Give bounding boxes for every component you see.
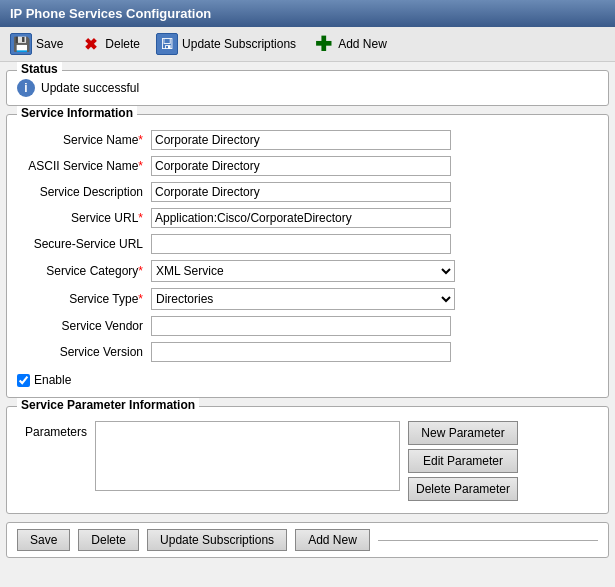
bottom-update-button[interactable]: Update Subscriptions: [147, 529, 287, 551]
enable-label: Enable: [34, 373, 71, 387]
param-label: Parameters: [17, 421, 87, 439]
url-input[interactable]: [151, 208, 451, 228]
ascii-name-row: ASCII Service Name*: [17, 153, 598, 179]
delete-button[interactable]: ✖ Delete: [79, 33, 140, 55]
parameters-textarea[interactable]: [95, 421, 400, 491]
secure-url-row: Secure-Service URL: [17, 231, 598, 257]
version-row: Service Version: [17, 339, 598, 365]
secure-url-input[interactable]: [151, 234, 451, 254]
update-label: Update Subscriptions: [182, 37, 296, 51]
version-label: Service Version: [17, 339, 147, 365]
required-star-3: *: [138, 211, 143, 225]
type-select[interactable]: Directories Information Messages Service…: [151, 288, 455, 310]
service-info-table: Service Name* ASCII Service Name* Servic…: [7, 123, 608, 369]
status-section: Status i Update successful: [6, 70, 609, 106]
save-label: Save: [36, 37, 63, 51]
category-label: Service Category*: [17, 257, 147, 285]
ascii-name-input[interactable]: [151, 156, 451, 176]
add-icon: ✚: [312, 33, 334, 55]
required-star: *: [138, 133, 143, 147]
secure-url-label: Secure-Service URL: [17, 231, 147, 257]
category-row: Service Category* XML Service Java XLet: [17, 257, 598, 285]
update-icon: 🖫: [156, 33, 178, 55]
service-info-legend: Service Information: [17, 106, 137, 120]
description-input[interactable]: [151, 182, 451, 202]
delete-icon: ✖: [79, 33, 101, 55]
new-parameter-button[interactable]: New Parameter: [408, 421, 518, 445]
category-select[interactable]: XML Service Java XLet: [151, 260, 455, 282]
update-subscriptions-button[interactable]: 🖫 Update Subscriptions: [156, 33, 296, 55]
required-star-2: *: [138, 159, 143, 173]
param-row: Parameters New Parameter Edit Parameter …: [17, 421, 598, 501]
type-row: Service Type* Directories Information Me…: [17, 285, 598, 313]
status-legend: Status: [17, 62, 62, 76]
url-label: Service URL*: [17, 205, 147, 231]
version-input[interactable]: [151, 342, 451, 362]
info-icon: i: [17, 79, 35, 97]
delete-label: Delete: [105, 37, 140, 51]
url-row: Service URL*: [17, 205, 598, 231]
required-star-4: *: [138, 264, 143, 278]
ascii-name-label: ASCII Service Name*: [17, 153, 147, 179]
required-star-5: *: [138, 292, 143, 306]
title-text: IP Phone Services Configuration: [10, 6, 211, 21]
param-info-legend: Service Parameter Information: [17, 398, 199, 412]
bottom-divider: [378, 540, 598, 541]
param-info-section: Service Parameter Information Parameters…: [6, 406, 609, 514]
status-text: Update successful: [41, 81, 139, 95]
bottom-save-button[interactable]: Save: [17, 529, 70, 551]
service-name-label: Service Name*: [17, 127, 147, 153]
type-label: Service Type*: [17, 285, 147, 313]
service-info-section: Service Information Service Name* ASCII …: [6, 114, 609, 398]
page-title: IP Phone Services Configuration: [0, 0, 615, 27]
status-message-row: i Update successful: [17, 79, 598, 97]
save-icon: 💾: [10, 33, 32, 55]
vendor-label: Service Vendor: [17, 313, 147, 339]
param-inner: Parameters New Parameter Edit Parameter …: [7, 415, 608, 507]
bottom-delete-button[interactable]: Delete: [78, 529, 139, 551]
description-label: Service Description: [17, 179, 147, 205]
edit-parameter-button[interactable]: Edit Parameter: [408, 449, 518, 473]
description-row: Service Description: [17, 179, 598, 205]
vendor-row: Service Vendor: [17, 313, 598, 339]
save-button[interactable]: 💾 Save: [10, 33, 63, 55]
service-name-input[interactable]: [151, 130, 451, 150]
bottom-addnew-button[interactable]: Add New: [295, 529, 370, 551]
delete-parameter-button[interactable]: Delete Parameter: [408, 477, 518, 501]
bottom-toolbar: Save Delete Update Subscriptions Add New: [6, 522, 609, 558]
enable-checkbox[interactable]: [17, 374, 30, 387]
top-toolbar: 💾 Save ✖ Delete 🖫 Update Subscriptions ✚…: [0, 27, 615, 62]
param-buttons-group: New Parameter Edit Parameter Delete Para…: [408, 421, 518, 501]
enable-row: Enable: [7, 369, 608, 391]
add-new-button[interactable]: ✚ Add New: [312, 33, 387, 55]
vendor-input[interactable]: [151, 316, 451, 336]
addnew-label: Add New: [338, 37, 387, 51]
service-name-row: Service Name*: [17, 127, 598, 153]
